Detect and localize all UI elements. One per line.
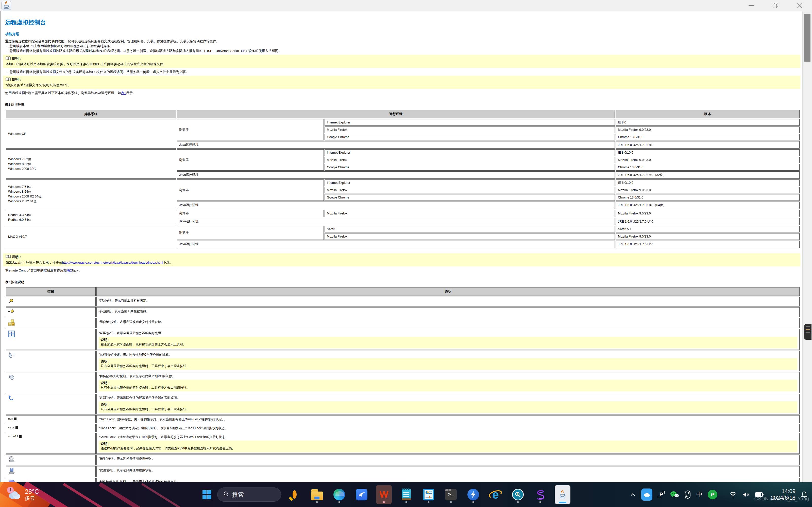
version-cell: JRE 1.6.0 U25/1.7.0 U40 — [616, 141, 800, 149]
table-row: C D A “组合键”按钮。表示发送或自定义特殊组合键。 — [6, 318, 800, 328]
os-cell: Windows XP — [6, 119, 176, 149]
bullet-item: ·您可以通过网络使服务器以虚拟文件夹的形式实现对本地PC文件夹的远程访问。从服务… — [5, 69, 800, 74]
tray-netdisk-icon[interactable] — [641, 489, 652, 501]
svg-text:A: A — [12, 323, 14, 326]
window-titlebar — [0, 0, 812, 11]
taskbar-app-terminal[interactable]: >_ — [443, 485, 459, 504]
purple-s-icon — [534, 489, 546, 501]
weather-widget[interactable]: 1 28°C 多云 — [7, 482, 39, 507]
start-button[interactable] — [200, 488, 214, 501]
tray-overflow-chevron[interactable] — [630, 493, 636, 497]
system-tray: P 中 P — [630, 482, 807, 507]
wallpaper-streak — [141, 483, 186, 507]
taskbar-center: 搜索 W — [200, 482, 570, 507]
weather-badge: 1 — [7, 487, 14, 493]
paragraph: 使用远程虚拟控制台需要具备以下版本的操作系统、浏览器和Java运行环境，如表1所… — [5, 91, 800, 95]
desktop-screen: 远程虚拟控制台 功能介绍 通过使用远程虚拟控制台界面提供的功能，您可以远程连接到… — [0, 0, 812, 507]
taskbar-app-edge[interactable] — [332, 485, 347, 504]
watermark-text: CSDN @Heart_to_Yang — [754, 496, 809, 502]
table-row: “切换鼠标模式”按钮。表示显示或隐藏本地PC的鼠标。 说明： 只有全屏显示服务器… — [6, 372, 800, 393]
taskbar-app-search-tool[interactable] — [510, 485, 526, 504]
taskbar-app-flash-tool[interactable] — [465, 485, 481, 504]
table-row: scroll “Scroll Lock”（键盘滚动锁定）键的指示灯。表示当前服务… — [6, 433, 800, 454]
version-cell: Mozilla Firefox 9.0/23.0 — [616, 126, 800, 133]
note-text: 如果Java运行环境不符合要求，可登录http://www.oracle.com… — [6, 260, 798, 265]
table2-link[interactable]: 表2 — [67, 269, 72, 272]
table-row: Windows 7 32位Windows 8 32位Windows 2008 3… — [6, 149, 800, 156]
table-row: “制作镜像文件”按钮。表示使用光驱或软驱制作镜像文件。 — [6, 478, 800, 482]
mouse-mode-icon — [8, 378, 15, 381]
table-header-row: 操作系统 运行环境 版本 — [6, 110, 800, 118]
env-label-cell: 浏览器 — [177, 226, 324, 240]
taskbar-app-thunder[interactable] — [354, 485, 369, 504]
num-lock-indicator: num — [8, 417, 16, 420]
version-cell: JRE 1.6.0 U25/1.7.0 U40 — [616, 218, 800, 225]
table-row: num “Num Lock”（数字键盘开关）键的指示灯。表示当前服务器上“Num… — [6, 415, 800, 424]
table-row: caps “Caps Lock”（键盘大写锁定）键的指示灯。表示当前服务器上“C… — [6, 424, 800, 432]
java-app-window-icon[interactable] — [2, 1, 11, 10]
cell-note-box: 说明： 只有全屏显示服务器的实时桌面时，工具栏中才会出现该按钮。 — [99, 380, 797, 391]
folder-icon — [311, 489, 323, 501]
search-icon — [223, 491, 229, 498]
close-button[interactable] — [788, 0, 812, 11]
col-header-button: 按钮 — [6, 287, 96, 296]
orange-magnifier-icon — [293, 492, 297, 497]
tray-green-p-icon[interactable]: P — [708, 490, 717, 499]
book-icon — [6, 255, 11, 259]
minimize-icon — [748, 2, 754, 9]
vertical-scrollbar[interactable] — [802, 11, 812, 482]
taskbar-app-java-console[interactable] — [555, 485, 570, 504]
restore-button[interactable] — [763, 0, 788, 11]
cell-note-box: 说明： 只有全屏显示服务器的实时桌面时，工具栏中才会出现该按钮。 — [99, 401, 797, 413]
table-row: “返回”按钮。表示返回合适的屏幕显示服务器的实时桌面。 说明： 只有全屏显示服务… — [6, 394, 800, 414]
version-cell: Safari 5.1 — [616, 226, 800, 232]
caps-lock-indicator: caps — [8, 426, 18, 429]
taskbar-app-system-monitor[interactable] — [421, 485, 437, 504]
button-desc: “光驱”按钮。表示选择并使用虚拟光驱。 — [99, 456, 797, 461]
env-label-cell: Java运行环境 — [177, 218, 615, 225]
version-cell: JRE 1.6.0 U25/1.7.0 U40（32位） — [616, 171, 800, 179]
restore-icon — [772, 2, 779, 9]
wifi-icon[interactable] — [729, 492, 737, 498]
page-title: 远程虚拟控制台 — [5, 18, 800, 26]
env-label-cell: 浏览器 — [177, 119, 324, 140]
version-cell: IE 8.0/10.0 — [616, 149, 800, 156]
env-label-cell: Java运行环境 — [177, 240, 615, 248]
taskbar-app-everything-search[interactable] — [287, 485, 302, 504]
scrollbar-thumb[interactable] — [804, 14, 810, 62]
browser-cell: Google Chrome — [324, 194, 615, 201]
taskbar-app-file-explorer[interactable] — [309, 485, 325, 504]
intro-paragraph: 通过使用远程虚拟控制台界面提供的功能，您可以远程连接到服务器完成远程控制、管理服… — [5, 39, 800, 44]
edge-dock-handle[interactable] — [804, 324, 811, 340]
browser-cell: Safari — [324, 226, 615, 232]
bullet-item: ·您可以在本地PC上利用键盘和鼠标对远程的服务器进行远程实时操作。 — [5, 44, 800, 48]
note-text: “虚拟光驱”和“虚拟文件夹”同时只能使用1个。 — [6, 82, 798, 88]
taskbar-app-wps[interactable]: W — [376, 485, 392, 504]
cloud-icon — [7, 497, 22, 502]
oracle-download-link[interactable]: http://www.oracle.com/technetwork/java/j… — [62, 261, 163, 265]
env-label-cell: 浏览器 — [177, 210, 324, 217]
tray-screenshot-icon[interactable]: P — [658, 491, 665, 498]
os-cell: Redhat 4.3 64位Redhat 6.0 64位 — [6, 210, 176, 225]
button-desc: “软驱”按钮。表示选择并使用虚拟软驱。 — [99, 468, 797, 473]
java-cup-icon — [3, 1, 10, 10]
volume-muted-icon[interactable] — [742, 492, 750, 498]
minimize-button[interactable] — [739, 0, 763, 11]
table1-link[interactable]: 表1 — [121, 91, 126, 95]
taskbar-app-internet-explorer[interactable]: e — [488, 485, 503, 504]
return-icon — [8, 398, 14, 402]
browser-cell: Mozilla Firefox — [324, 187, 615, 193]
floppy-drive-icon — [8, 472, 15, 475]
cell-note-box: 说明： 只有全屏显示服务器的实时桌面时，工具栏中才会出现该按钮。 — [99, 358, 797, 370]
svg-text:C: C — [12, 320, 13, 323]
version-cell: Chrome 13.0/31.0 — [616, 134, 800, 140]
search-box[interactable]: 搜索 — [217, 488, 281, 502]
taskbar-app-source-insight[interactable] — [532, 485, 548, 504]
table-header-row: 按钮 说明 — [6, 287, 800, 296]
table1-caption: 表1 运行环境 — [5, 102, 800, 107]
taskbar-app-notepad[interactable] — [398, 485, 414, 504]
tray-toggles-icon[interactable] — [684, 490, 691, 499]
tray-wechat-icon[interactable] — [670, 491, 679, 498]
section-heading: 功能介绍 — [5, 32, 800, 37]
ime-indicator[interactable]: 中 — [696, 491, 702, 499]
